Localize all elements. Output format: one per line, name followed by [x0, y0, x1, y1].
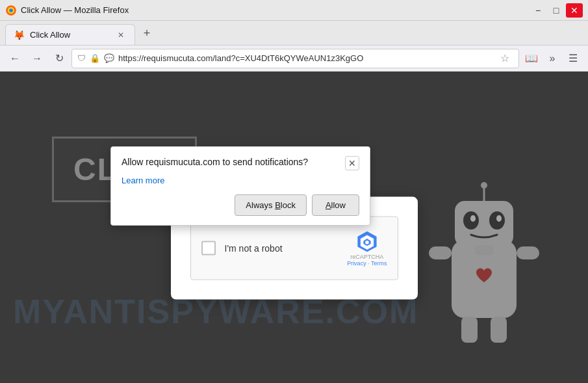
svg-rect-14	[491, 317, 507, 343]
forward-button[interactable]: →	[27, 49, 47, 68]
recaptcha-logo-icon	[355, 230, 379, 253]
always-block-button[interactable]: Always Block	[235, 194, 307, 216]
bookmark-button[interactable]: ☆	[496, 50, 513, 67]
dialog-buttons: Always Block Allow	[121, 194, 359, 216]
window-title: Click Allow — Mozilla Firefox	[21, 5, 129, 15]
nav-bar: ← → ↻ 🛡 🔒 💬 https://requismucuta.com/lan…	[0, 46, 588, 72]
svg-point-10	[481, 182, 487, 189]
pocket-button[interactable]: 📖	[522, 49, 541, 68]
captcha-checkbox[interactable]	[201, 241, 216, 255]
dialog-header: Allow requismucuta.com to send notificat…	[121, 156, 359, 170]
recaptcha-branding: reCAPTCHA Privacy · Terms	[347, 230, 387, 266]
title-bar-controls: − □ ✕	[530, 3, 583, 18]
title-bar-left: Click Allow — Mozilla Firefox	[5, 5, 129, 16]
svg-point-2	[9, 8, 13, 12]
new-tab-button[interactable]: +	[138, 24, 156, 42]
captcha-label: I'm not a robot	[225, 243, 283, 253]
svg-point-16	[365, 240, 369, 244]
recaptcha-links: Privacy · Terms	[347, 259, 387, 266]
tab-bar: 🦊 Click Allow ✕ +	[0, 21, 588, 46]
active-tab[interactable]: 🦊 Click Allow ✕	[5, 24, 135, 45]
back-button[interactable]: ←	[5, 49, 25, 68]
refresh-button[interactable]: ↻	[49, 49, 69, 68]
svg-point-8	[496, 215, 502, 222]
url-text: https://requismucuta.com/land?c=XU4DtT6k…	[118, 53, 492, 63]
svg-rect-4	[455, 201, 513, 246]
maximize-button[interactable]: □	[548, 3, 565, 18]
svg-rect-11	[429, 246, 452, 259]
minimize-button[interactable]: −	[530, 3, 546, 18]
tab-title: Click Allow	[30, 30, 110, 40]
lock-icon: 🔒	[90, 53, 100, 63]
browser-content: CLICK MYANTISPYWARE.COM	[0, 72, 588, 383]
dialog-close-button[interactable]: ✕	[345, 156, 359, 170]
firefox-logo-icon	[5, 5, 17, 16]
address-bar[interactable]: 🛡 🔒 💬 https://requismucuta.com/land?c=XU…	[71, 49, 519, 68]
svg-point-7	[470, 215, 476, 222]
close-button[interactable]: ✕	[566, 3, 583, 18]
menu-button[interactable]: ☰	[563, 49, 583, 68]
terms-link[interactable]: Terms	[371, 259, 387, 266]
notification-dialog: Allow requismucuta.com to send notificat…	[110, 146, 370, 226]
shield-icon: 🛡	[77, 53, 86, 63]
title-bar: Click Allow — Mozilla Firefox − □ ✕	[0, 0, 588, 21]
recaptcha-label: reCAPTCHA	[350, 253, 383, 259]
extensions-button[interactable]: »	[543, 49, 562, 68]
page-background: CLICK MYANTISPYWARE.COM	[0, 72, 588, 383]
svg-rect-12	[517, 246, 539, 259]
learn-more-link[interactable]: Learn more	[121, 176, 359, 185]
tab-close-button[interactable]: ✕	[115, 29, 127, 41]
dialog-question-text: Allow requismucuta.com to send notificat…	[121, 156, 340, 169]
robot-illustration	[419, 175, 549, 357]
tab-favicon-icon: 🦊	[14, 30, 25, 40]
svg-rect-15	[474, 245, 494, 255]
allow-button[interactable]: Allow	[312, 194, 359, 216]
privacy-link[interactable]: Privacy	[347, 259, 366, 266]
firefox-window: Click Allow — Mozilla Firefox − □ ✕ 🦊 Cl…	[0, 0, 588, 383]
nav-right-buttons: 📖 » ☰	[522, 49, 583, 68]
svg-rect-13	[461, 317, 478, 343]
notification-icon: 💬	[104, 53, 114, 63]
